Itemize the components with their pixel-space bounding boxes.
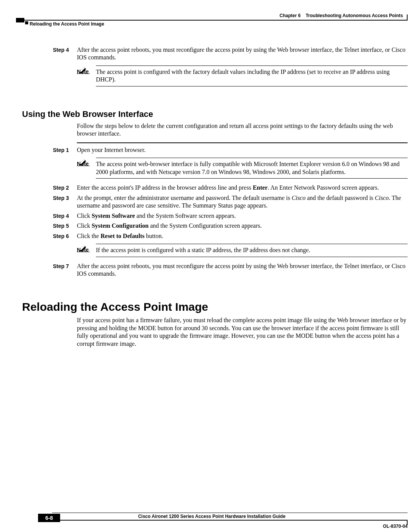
intro-paragraph: Follow the steps below to delete the cur…: [77, 122, 408, 138]
note-text: The access point web-browser interface i…: [96, 160, 408, 176]
note-rule-bottom: [96, 86, 408, 86]
step-text: At the prompt, enter the administrator u…: [77, 194, 408, 210]
text: Click: [77, 222, 92, 229]
heading-reloading: Reloading the Access Point Image: [22, 300, 408, 313]
page: Chapter 6 Troubleshooting Autonomous Acc…: [0, 0, 411, 532]
text: Click the: [77, 233, 100, 239]
doc-id: OL-8370-04: [383, 524, 408, 529]
text: At the prompt, enter the administrator u…: [77, 195, 292, 201]
note-rule-top: [96, 244, 408, 244]
step-block: Step 1 Open your Internet browser.: [53, 146, 408, 154]
step-text: Click System Configuration and the Syste…: [77, 222, 408, 230]
step-text: Enter the access point's IP address in t…: [77, 184, 408, 192]
note-rule-bottom: [96, 257, 408, 257]
page-number: 6-8: [38, 514, 60, 522]
chapter-line: Chapter 6 Troubleshooting Autonomous Acc…: [280, 13, 403, 18]
step-text: Click System Software and the System Sof…: [77, 212, 408, 220]
page-content: Step 4 After the access point reboots, y…: [22, 44, 408, 352]
separator-rule: [77, 142, 408, 143]
step-label: Step 1: [53, 146, 77, 154]
italic-text: Cisco: [375, 195, 389, 201]
step-text: After the access point reboots, you must…: [77, 262, 408, 278]
header-rule: [24, 20, 408, 21]
step-label: Step 7: [53, 262, 77, 278]
step-label: Step 5: [53, 222, 77, 230]
chapter-label: Chapter 6: [280, 13, 301, 18]
text: and the default password is: [306, 195, 375, 201]
step-label: Step 3: [53, 194, 77, 210]
step-row: Step 5 Click System Configuration and th…: [53, 222, 408, 230]
chapter-title: Troubleshooting Autonomous Access Points: [306, 13, 403, 18]
note-block: Note If the access point is configured w…: [77, 244, 408, 257]
note-body: Note If the access point is configured w…: [77, 246, 408, 254]
text: Click: [77, 212, 92, 219]
note-body: Note The access point is configured with…: [77, 68, 408, 84]
step-text: Click the Reset to Defaults button.: [77, 232, 408, 240]
text: button.: [145, 233, 163, 239]
bold-text: Enter: [253, 184, 268, 191]
header-marker: [16, 18, 24, 22]
step-label: Step 4: [53, 212, 77, 220]
step-label: Step 4: [53, 46, 77, 62]
step-block: Step 7 After the access point reboots, y…: [53, 262, 408, 278]
italic-text: Cisco: [292, 195, 305, 201]
note-rule-top: [96, 66, 408, 66]
bold-text: System Software: [92, 212, 135, 219]
step-row: Step 2 Enter the access point's IP addre…: [53, 184, 408, 192]
heading-web-browser: Using the Web Browser Interface: [22, 109, 408, 119]
bold-text: Reset to Defaults: [100, 233, 145, 239]
step-text: Open your Internet browser.: [77, 146, 408, 154]
text: and the System Configuration screen appe…: [148, 222, 261, 229]
text: . An Enter Network Password screen appea…: [268, 184, 379, 191]
section-title: Reloading the Access Point Image: [30, 21, 104, 27]
section-marker: [25, 21, 28, 24]
text: and the System Software screen appears.: [135, 212, 236, 219]
note-text: The access point is configured with the …: [96, 68, 408, 84]
note-body: Note The access point web-browser interf…: [77, 160, 408, 176]
note-rule-top: [96, 158, 408, 158]
note-text: If the access point is configured with a…: [96, 246, 408, 254]
svg-marker-4: [80, 245, 86, 251]
step-row: Step 7 After the access point reboots, y…: [53, 262, 408, 278]
pencil-underline: [77, 166, 90, 166]
footer-rule-top: [52, 513, 408, 513]
step-row: Step 4 After the access point reboots, y…: [53, 46, 408, 62]
header-tick: [407, 14, 408, 20]
text: Enter the access point's IP address in t…: [77, 184, 253, 191]
note-block: Note The access point web-browser interf…: [77, 158, 408, 179]
footer-bar: 6-8 OL-8370-04: [38, 520, 408, 521]
step-row: Step 1 Open your Internet browser.: [53, 146, 408, 154]
step-label: Step 2: [53, 184, 77, 192]
pencil-underline: [77, 252, 90, 252]
step-row: Step 3 At the prompt, enter the administ…: [53, 194, 408, 210]
guide-title: Cisco Aironet 1200 Series Access Point H…: [16, 514, 408, 519]
intro-paragraph: If your access point has a firmware fail…: [77, 316, 408, 348]
pencil-underline: [77, 73, 90, 74]
page-footer: Cisco Aironet 1200 Series Access Point H…: [16, 513, 408, 521]
note-block: Note The access point is configured with…: [77, 66, 408, 86]
step-row: Step 4 Click System Software and the Sys…: [53, 212, 408, 220]
step-label: Step 6: [53, 232, 77, 240]
prior-step-block: Step 4 After the access point reboots, y…: [53, 46, 408, 62]
step-block: Step 2 Enter the access point's IP addre…: [53, 184, 408, 240]
bold-text: System Configuration: [92, 222, 149, 229]
note-rule-bottom: [96, 178, 408, 179]
step-row: Step 6 Click the Reset to Defaults butto…: [53, 232, 408, 240]
step-text: After the access point reboots, you must…: [77, 46, 408, 62]
